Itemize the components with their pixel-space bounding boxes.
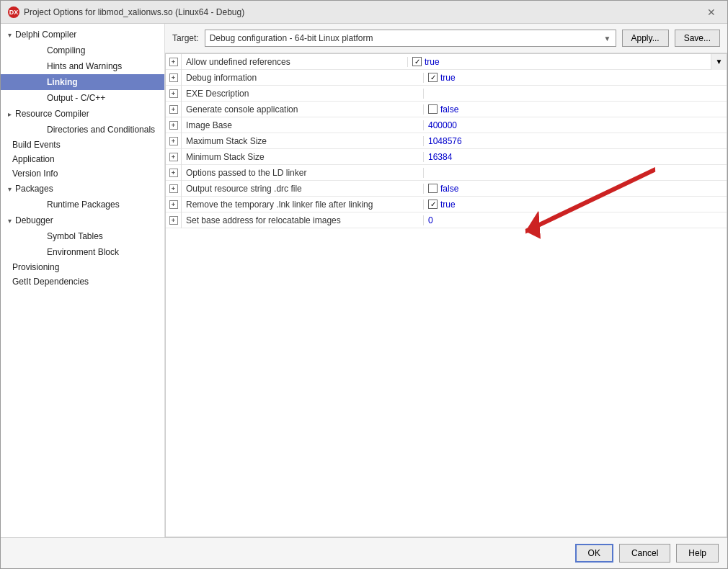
sidebar-item-symbol-tables[interactable]: · Symbol Tables	[1, 228, 164, 244]
sidebar-label-environment-block: Environment Block	[47, 247, 119, 257]
prop-expand-debug-info[interactable]: +	[166, 70, 182, 86]
checkbox-debug-info[interactable]: ✓	[428, 73, 438, 82]
sidebar-label-version-info: Version Info	[12, 169, 58, 179]
prop-row-max-stack: + Maximum Stack Size 1048576	[166, 133, 727, 149]
sidebar-label-output-cpp: Output - C/C++	[47, 93, 105, 103]
sidebar-item-build-events[interactable]: Build Events	[1, 138, 164, 152]
prop-text-max-stack: 1048576	[428, 136, 462, 146]
toggle-output-cpp: ·	[35, 92, 47, 104]
toggle-directories: ·	[35, 124, 47, 135]
sidebar-item-runtime-packages[interactable]: · Runtime Packages	[1, 197, 164, 212]
close-button[interactable]: ✕	[703, 5, 720, 19]
sidebar-item-packages[interactable]: ▾ Packages	[1, 181, 164, 197]
prop-expand-set-base-addr[interactable]: +	[166, 212, 182, 228]
target-dropdown[interactable]: Debug configuration - 64-bit Linux platf…	[205, 30, 616, 47]
expand-box-min-stack: +	[169, 153, 178, 161]
prop-expand-min-stack[interactable]: +	[166, 149, 182, 165]
cancel-button[interactable]: Cancel	[619, 544, 670, 563]
prop-text-generate-console: false	[440, 104, 458, 115]
sidebar-item-delphi-compiler[interactable]: ▾ Delphi Compiler	[1, 27, 164, 42]
prop-name-generate-console: Generate console application	[182, 104, 424, 115]
sidebar-item-environment-block[interactable]: · Environment Block	[1, 244, 164, 260]
sidebar-item-compiling[interactable]: · Compiling	[1, 42, 164, 58]
sidebar-item-getit-dependencies[interactable]: GetIt Dependencies	[1, 274, 164, 289]
sidebar-item-version-info[interactable]: Version Info	[1, 166, 164, 181]
expand-box-image-base: +	[169, 121, 178, 130]
prop-text-set-base-addr: 0	[428, 215, 433, 225]
toggle-compiling: ·	[35, 45, 47, 56]
sidebar-item-resource-compiler[interactable]: ▸ Resource Compiler	[1, 106, 164, 122]
prop-expand-options-ld[interactable]: +	[166, 165, 182, 181]
apply-button[interactable]: Apply...	[622, 30, 669, 47]
sidebar-item-hints-warnings[interactable]: · Hints and Warnings	[1, 58, 164, 74]
prop-name-debug-info: Debug information	[182, 73, 424, 83]
prop-expand-allow-undefined[interactable]: +	[166, 54, 182, 70]
target-label: Target:	[172, 33, 199, 43]
prop-name-options-ld: Options passed to the LD linker	[182, 168, 424, 178]
expand-box-generate-console: +	[169, 105, 178, 114]
checkbox-output-resource[interactable]	[428, 184, 438, 193]
sidebar-item-linking[interactable]: · Linking	[1, 74, 164, 90]
expand-box-set-base-addr: +	[169, 216, 178, 225]
checkbox-remove-temp[interactable]: ✓	[428, 200, 438, 209]
sidebar-item-provisioning[interactable]: Provisioning	[1, 260, 164, 274]
expand-box-exe-description: +	[169, 89, 178, 98]
sidebar-item-directories[interactable]: · Directories and Conditionals	[1, 122, 164, 138]
checkbox-generate-console[interactable]	[428, 104, 438, 114]
sidebar-label-resource-compiler: Resource Compiler	[15, 109, 89, 119]
prop-name-set-base-addr: Set base address for relocatable images	[182, 215, 424, 225]
prop-text-debug-info: true	[440, 73, 456, 83]
expand-box-debug-info: +	[169, 73, 178, 82]
prop-row-image-base: + Image Base 400000	[166, 117, 727, 133]
target-dropdown-value: Debug configuration - 64-bit Linux platf…	[210, 33, 373, 43]
save-button[interactable]: Save...	[675, 30, 720, 47]
toggle-environment-block: ·	[35, 246, 47, 258]
prop-value-generate-console: false	[424, 104, 727, 115]
toggle-linking: ·	[35, 76, 47, 88]
toggle-resource-compiler[interactable]: ▸	[4, 108, 15, 120]
toggle-delphi-compiler[interactable]: ▾	[4, 29, 15, 40]
properties-area: + Allow undefined references ✓ true ▼	[165, 53, 727, 537]
prop-text-min-stack: 16384	[428, 152, 452, 162]
prop-row-debug-info: + Debug information ✓ true	[166, 70, 727, 86]
expand-box-max-stack: +	[169, 137, 178, 145]
expand-box-options-ld: +	[169, 169, 178, 177]
help-button[interactable]: Help	[676, 544, 719, 563]
sidebar-label-hints-warnings: Hints and Warnings	[47, 61, 122, 71]
prop-name-remove-temp: Remove the temporary .lnk linker file af…	[182, 200, 424, 210]
window-title: Project Options for libmod_xalionws.so (…	[24, 7, 244, 17]
right-panel: Target: Debug configuration - 64-bit Lin…	[165, 24, 727, 537]
prop-value-image-base: 400000	[424, 120, 727, 130]
prop-name-max-stack: Maximum Stack Size	[182, 136, 424, 146]
sidebar-item-application[interactable]: Application	[1, 152, 164, 166]
title-bar: DX Project Options for libmod_xalionws.s…	[1, 1, 727, 24]
toggle-packages[interactable]: ▾	[4, 183, 15, 194]
prop-dropdown-allow-undefined[interactable]: ▼	[711, 54, 727, 70]
prop-expand-output-resource[interactable]: +	[166, 181, 182, 197]
toggle-debugger[interactable]: ▾	[4, 215, 15, 226]
sidebar-label-linking: Linking	[47, 77, 78, 87]
prop-name-image-base: Image Base	[182, 120, 424, 130]
prop-value-debug-info: ✓ true	[424, 73, 727, 83]
prop-row-output-resource: + Output resource string .drc file false	[166, 181, 727, 197]
sidebar-label-directories: Directories and Conditionals	[47, 125, 155, 135]
sidebar-label-delphi-compiler: Delphi Compiler	[15, 30, 76, 40]
sidebar-label-compiling: Compiling	[47, 45, 85, 55]
main-window: DX Project Options for libmod_xalionws.s…	[0, 0, 728, 569]
ok-button[interactable]: OK	[575, 544, 613, 563]
sidebar-item-debugger[interactable]: ▾ Debugger	[1, 212, 164, 228]
prop-value-set-base-addr: 0	[424, 215, 727, 225]
prop-row-allow-undefined: + Allow undefined references ✓ true ▼	[166, 54, 727, 70]
prop-expand-generate-console[interactable]: +	[166, 102, 182, 117]
checkbox-allow-undefined[interactable]: ✓	[412, 57, 422, 66]
sidebar-item-output-cpp[interactable]: · Output - C/C++	[1, 90, 164, 106]
prop-expand-exe-description[interactable]: +	[166, 86, 182, 102]
sidebar-label-packages: Packages	[15, 184, 53, 194]
prop-text-output-resource: false	[440, 184, 458, 194]
prop-row-remove-temp: + Remove the temporary .lnk linker file …	[166, 197, 727, 212]
prop-name-allow-undefined: Allow undefined references	[182, 57, 408, 67]
prop-expand-max-stack[interactable]: +	[166, 133, 182, 149]
prop-expand-image-base[interactable]: +	[166, 117, 182, 133]
app-icon: DX	[8, 6, 19, 18]
prop-expand-remove-temp[interactable]: +	[166, 197, 182, 212]
